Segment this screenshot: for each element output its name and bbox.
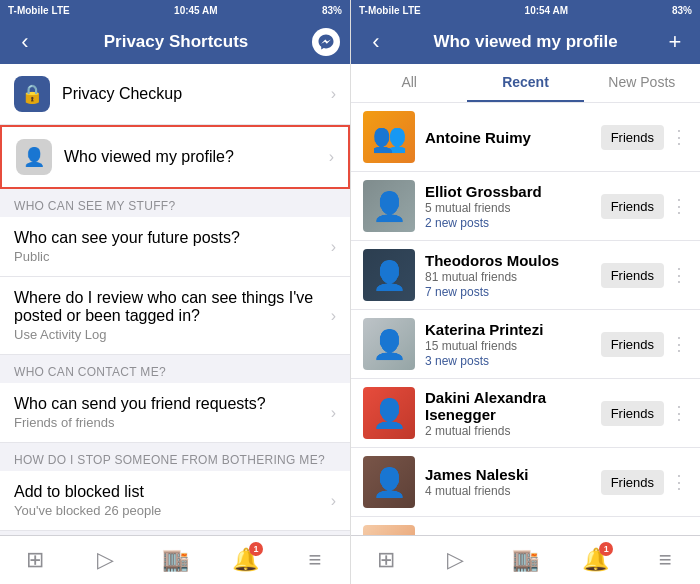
tab-marketplace-right[interactable]: 🏬 [491, 536, 561, 584]
future-posts-subtitle: Public [14, 249, 331, 264]
avatar: 👤 [363, 525, 415, 535]
profile-mutual-1: 5 mutual friends [425, 201, 601, 215]
profile-posts-1: 2 new posts [425, 216, 601, 230]
profile-mutual-2: 81 mutual friends [425, 270, 601, 284]
profile-posts-2: 7 new posts [425, 285, 601, 299]
navbar-left: ‹ Privacy Shortcuts [0, 20, 350, 64]
tab-home-right[interactable]: ⊞ [351, 536, 421, 584]
tab-video-left[interactable]: ▷ [70, 536, 140, 584]
blocked-list-item[interactable]: Add to blocked list You've blocked 26 pe… [0, 471, 350, 531]
notification-badge-right: 1 [599, 542, 613, 556]
status-bar-right: T-Mobile LTE 10:54 AM 83% [351, 0, 700, 20]
add-button-right[interactable]: + [660, 29, 690, 55]
list-item: 👤 Dakini Alexandra Isenegger 2 mutual fr… [351, 379, 700, 448]
left-screen: T-Mobile LTE 10:45 AM 83% ‹ Privacy Shor… [0, 0, 350, 584]
list-item: 👤 Efi Friends ⋮ [351, 517, 700, 535]
navbar-title-right: Who viewed my profile [391, 32, 660, 52]
time-right: 10:54 AM [525, 5, 569, 16]
tab-marketplace-left[interactable]: 🏬 [140, 536, 210, 584]
who-viewed-item[interactable]: 👤 Who viewed my profile? › [0, 125, 350, 189]
tab-recent[interactable]: Recent [467, 64, 583, 102]
friend-requests-subtitle: Friends of friends [14, 415, 331, 430]
carrier-left: T-Mobile [8, 5, 49, 16]
battery-left: 83% [322, 5, 342, 16]
profile-name-2: Theodoros Moulos [425, 252, 601, 269]
activity-log-subtitle: Use Activity Log [14, 327, 331, 342]
list-item: 👥 Antoine Ruimy Friends ⋮ [351, 103, 700, 172]
connection-left: LTE [52, 5, 70, 16]
section-header-contact: WHO CAN CONTACT ME? [0, 355, 350, 383]
profile-name-3: Katerina Printezi [425, 321, 601, 338]
profile-name-4: Dakini Alexandra Isenegger [425, 389, 601, 423]
menu-icon-left: ≡ [309, 547, 322, 573]
messenger-svg [317, 33, 335, 51]
privacy-checkup-icon: 🔒 [14, 76, 50, 112]
who-viewed-title: Who viewed my profile? [64, 148, 329, 166]
tab-video-right[interactable]: ▷ [421, 536, 491, 584]
carrier-right: T-Mobile [359, 5, 400, 16]
notification-badge-left: 1 [249, 542, 263, 556]
friends-button-1[interactable]: Friends [601, 194, 664, 219]
video-icon-left: ▷ [97, 547, 114, 573]
more-dots-0[interactable]: ⋮ [670, 126, 688, 148]
more-dots-2[interactable]: ⋮ [670, 264, 688, 286]
friends-button-5[interactable]: Friends [601, 470, 664, 495]
back-button-right[interactable]: ‹ [361, 29, 391, 55]
chevron-who-viewed: › [329, 148, 334, 166]
list-item: 👤 Elliot Grossbard 5 mutual friends 2 ne… [351, 172, 700, 241]
status-bar-left: T-Mobile LTE 10:45 AM 83% [0, 0, 350, 20]
avatar: 👤 [363, 387, 415, 439]
more-dots-5[interactable]: ⋮ [670, 471, 688, 493]
chevron-privacy-checkup: › [331, 85, 336, 103]
chevron-future-posts: › [331, 238, 336, 256]
profile-posts-3: 3 new posts [425, 354, 601, 368]
future-posts-item[interactable]: Who can see your future posts? Public › [0, 217, 350, 277]
tab-menu-left[interactable]: ≡ [280, 536, 350, 584]
list-item: 👤 Theodoros Moulos 81 mutual friends 7 n… [351, 241, 700, 310]
chevron-activity-log: › [331, 307, 336, 325]
more-dots-1[interactable]: ⋮ [670, 195, 688, 217]
tab-notifications-right[interactable]: 🔔 1 [560, 536, 630, 584]
tab-new-posts[interactable]: New Posts [584, 64, 700, 102]
section-header-stuff: WHO CAN SEE MY STUFF? [0, 189, 350, 217]
avatar: 👤 [363, 249, 415, 301]
profile-mutual-4: 2 mutual friends [425, 424, 601, 438]
who-viewed-icon: 👤 [16, 139, 52, 175]
chevron-friend-requests: › [331, 404, 336, 422]
friends-button-3[interactable]: Friends [601, 332, 664, 357]
blocked-list-subtitle: You've blocked 26 people [14, 503, 331, 518]
marketplace-icon-right: 🏬 [512, 547, 539, 573]
profile-mutual-3: 15 mutual friends [425, 339, 601, 353]
messenger-icon[interactable] [312, 28, 340, 56]
activity-log-item[interactable]: Where do I review who can see things I'v… [0, 277, 350, 355]
tab-bar-left: ⊞ ▷ 🏬 🔔 1 ≡ [0, 535, 350, 584]
tab-all[interactable]: All [351, 64, 467, 102]
friend-requests-item[interactable]: Who can send you friend requests? Friend… [0, 383, 350, 443]
profile-name-0: Antoine Ruimy [425, 129, 601, 146]
blocked-list-title: Add to blocked list [14, 483, 331, 501]
privacy-checkup-item[interactable]: 🔒 Privacy Checkup › [0, 64, 350, 125]
avatar: 👤 [363, 180, 415, 232]
time-left: 10:45 AM [174, 5, 218, 16]
avatar: 👥 [363, 111, 415, 163]
tab-home-left[interactable]: ⊞ [0, 536, 70, 584]
friends-button-4[interactable]: Friends [601, 401, 664, 426]
right-screen: T-Mobile LTE 10:54 AM 83% ‹ Who viewed m… [350, 0, 700, 584]
left-content: 🔒 Privacy Checkup › 👤 Who viewed my prof… [0, 64, 350, 535]
back-button-left[interactable]: ‹ [10, 29, 40, 55]
tab-notifications-left[interactable]: 🔔 1 [210, 536, 280, 584]
segmented-control: All Recent New Posts [351, 64, 700, 103]
future-posts-title: Who can see your future posts? [14, 229, 331, 247]
friends-button-0[interactable]: Friends [601, 125, 664, 150]
more-dots-3[interactable]: ⋮ [670, 333, 688, 355]
friends-button-2[interactable]: Friends [601, 263, 664, 288]
tab-menu-right[interactable]: ≡ [630, 536, 700, 584]
navbar-title-left: Privacy Shortcuts [40, 32, 312, 52]
marketplace-icon-left: 🏬 [162, 547, 189, 573]
list-item: 👤 James Naleski 4 mutual friends Friends… [351, 448, 700, 517]
chevron-blocked-list: › [331, 492, 336, 510]
connection-right: LTE [403, 5, 421, 16]
more-dots-4[interactable]: ⋮ [670, 402, 688, 424]
menu-icon-right: ≡ [659, 547, 672, 573]
profile-name-1: Elliot Grossbard [425, 183, 601, 200]
